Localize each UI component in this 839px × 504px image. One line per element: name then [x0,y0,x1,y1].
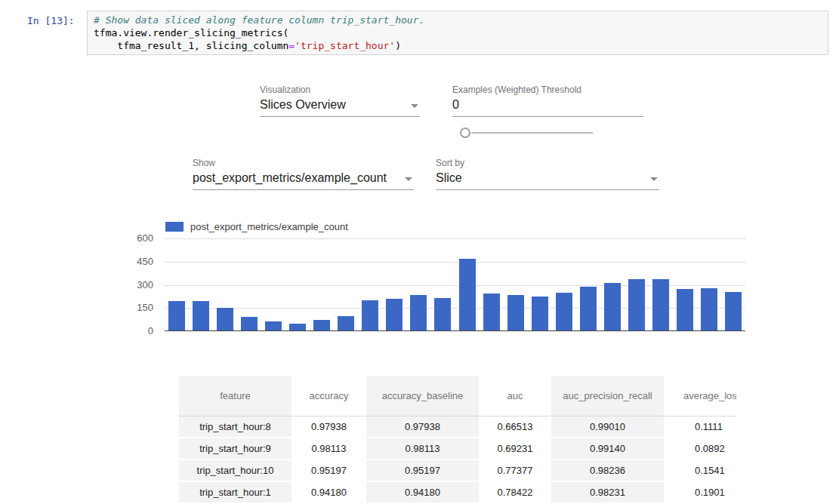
sort-by-value: Slice [436,171,462,184]
column-header: feature [179,376,294,416]
bar[interactable] [483,293,500,330]
bar[interactable] [580,287,597,330]
code-line: tfma_result_1, slicing_column='trip_star… [94,39,822,52]
column-header: accuracy_baseline [366,376,481,416]
visualization-value: Slices Overview [260,98,346,111]
sort-by-dropdown[interactable]: Sort by Slice [436,158,659,190]
table-cell: trip_start_hour:8 [179,416,294,438]
bar[interactable] [652,279,669,330]
table-cell: 0.98113 [294,438,366,460]
bar[interactable] [701,288,717,330]
column-header: average_loss [666,376,736,416]
show-dropdown[interactable]: Show post_export_metrics/example_count [193,158,414,190]
table-row: trip_start_hour:80.979380.979380.665130.… [179,416,736,438]
show-value: post_export_metrics/example_count [193,171,387,184]
table-header-row: featureaccuracyaccuracy_baselineaucauc_p… [179,376,736,416]
table-row: trip_start_hour:10.941800.941800.784220.… [179,482,736,504]
bar[interactable] [241,317,258,330]
bar[interactable] [459,259,476,330]
show-label: Show [193,158,414,168]
bar[interactable] [556,293,572,330]
chart-legend: post_export_metrics/example_count [165,221,348,232]
table-cell: 0.95197 [366,460,481,482]
bar[interactable] [193,301,209,330]
table-cell: 0.1111 [666,416,736,438]
table-cell: 0.97938 [294,416,366,438]
table-cell: 0.69231 [481,438,551,460]
chevron-down-icon[interactable] [411,104,418,108]
bar[interactable] [507,295,524,330]
table-cell: trip_start_hour:10 [179,460,294,482]
bar[interactable] [168,301,185,330]
bar-chart [165,238,745,331]
bar[interactable] [628,279,645,330]
slider-handle-icon[interactable] [460,128,470,138]
visualization-dropdown[interactable]: Visualization Slices Overview [260,85,420,117]
y-tick-label: 150 [121,302,153,313]
code-cell[interactable]: # Show data sliced along feature column … [87,11,828,55]
column-header: auc [481,376,551,416]
slider-track[interactable] [471,132,593,134]
table-cell: trip_start_hour:1 [179,482,294,504]
y-tick-label: 0 [121,325,153,337]
sort-by-label: Sort by [436,158,659,168]
bar[interactable] [362,300,378,330]
table-cell: 0.78422 [481,482,551,504]
x-axis-line [165,330,745,331]
table-cell: 0.97938 [366,416,481,438]
gridline [165,262,745,263]
code-line: # Show data sliced along feature column … [94,14,822,26]
legend-swatch-icon [165,222,184,232]
threshold-input[interactable]: Examples (Weighted) Threshold 0 [452,85,643,117]
column-header: auc_precision_recall [551,376,666,416]
table-cell: 0.98113 [366,438,481,460]
chevron-down-icon[interactable] [405,177,412,181]
bar[interactable] [265,321,282,330]
legend-label: post_export_metrics/example_count [190,221,348,232]
table-cell: 0.98231 [551,482,666,504]
bar[interactable] [677,289,693,330]
table-cell: 0.95197 [294,460,366,482]
threshold-label: Examples (Weighted) Threshold [452,85,643,95]
column-header: accuracy [294,376,366,416]
bar[interactable] [289,324,306,330]
bar[interactable] [217,308,233,330]
table-cell: 0.98236 [551,460,666,482]
bar[interactable] [386,299,403,330]
bar[interactable] [313,320,330,330]
y-tick-label: 600 [121,232,153,244]
table-row: trip_start_hour:100.951970.951970.773770… [179,460,736,482]
bar[interactable] [532,297,548,330]
cell-prompt: In [13]: [27,15,75,26]
table-cell: 0.99140 [551,438,666,460]
table-cell: 0.94180 [366,482,481,504]
metrics-table: featureaccuracyaccuracy_baselineaucauc_p… [179,376,736,504]
table-row: trip_start_hour:90.981130.981130.692310.… [179,438,736,460]
threshold-value[interactable]: 0 [452,98,459,111]
bar[interactable] [725,292,742,330]
table-cell: 0.1901 [666,482,736,504]
y-tick-label: 450 [121,256,153,267]
table-cell: 0.94180 [294,482,366,504]
visualization-label: Visualization [260,85,420,95]
table-cell: trip_start_hour:9 [179,438,294,460]
table-cell: 0.66513 [481,416,551,438]
bar[interactable] [604,283,621,330]
gridline [165,238,745,239]
y-tick-label: 300 [121,279,153,290]
bar[interactable] [410,295,427,330]
table-body: trip_start_hour:80.979380.979380.665130.… [179,416,736,504]
table-cell: 0.1541 [666,460,736,482]
chevron-down-icon[interactable] [650,177,658,181]
table-cell: 0.0892 [666,438,736,460]
threshold-slider[interactable] [460,128,593,138]
table-cell: 0.99010 [551,416,666,438]
bar[interactable] [338,316,354,330]
code-line: tfma.view.render_slicing_metrics( [94,26,822,39]
table-cell: 0.77377 [481,460,551,482]
bar[interactable] [434,298,451,330]
